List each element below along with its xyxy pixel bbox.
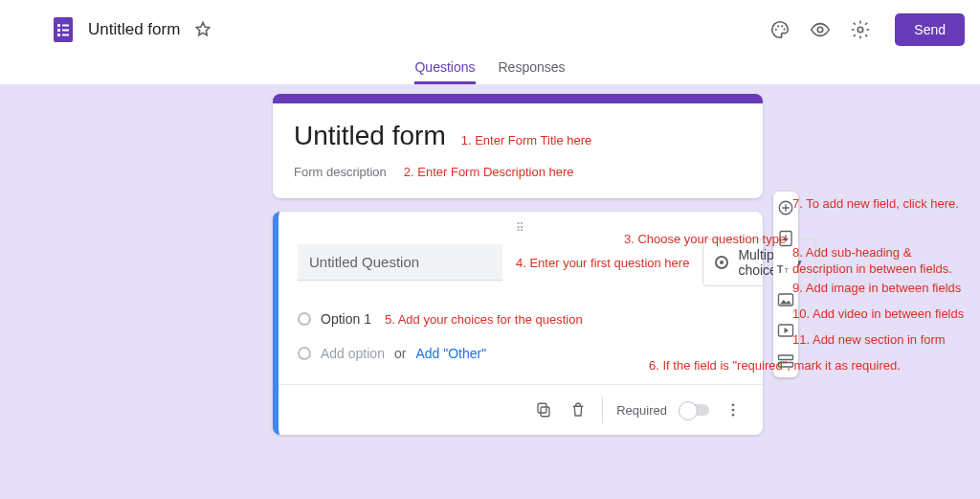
gear-icon: [850, 19, 871, 40]
trash-icon: [569, 401, 587, 419]
svg-point-7: [775, 29, 777, 31]
palette-icon: [769, 19, 791, 40]
delete-button[interactable]: [568, 399, 589, 420]
add-or-text: or: [394, 346, 406, 361]
settings-button[interactable]: [849, 18, 872, 41]
svg-point-16: [732, 409, 735, 412]
required-toggle[interactable]: [680, 404, 709, 416]
tab-questions[interactable]: Questions: [414, 59, 475, 84]
add-other-button[interactable]: Add "Other": [415, 346, 486, 361]
question-footer: Required: [298, 397, 744, 423]
annotation-1: 1. Enter Form Title here: [461, 133, 592, 147]
annotation-10: 10. Add video in between fields: [792, 306, 964, 321]
annotation-5: 5. Add your choices for the question: [385, 312, 583, 327]
svg-point-12: [858, 27, 864, 33]
star-icon: [193, 20, 212, 39]
preview-button[interactable]: [809, 18, 832, 41]
top-bar: Untitled form Send: [0, 0, 980, 59]
separator: [602, 397, 603, 423]
tab-responses[interactable]: Responses: [499, 59, 566, 84]
option-1-input[interactable]: Option 1: [321, 311, 371, 327]
annotation-11: 11. Add new section in form: [792, 332, 946, 347]
svg-rect-5: [57, 34, 60, 36]
svg-point-10: [784, 28, 786, 30]
svg-rect-14: [538, 403, 546, 413]
annotation-9: 9. Add image in between fields: [792, 281, 961, 295]
svg-rect-13: [541, 407, 549, 417]
svg-point-8: [777, 25, 779, 27]
copy-icon: [535, 401, 552, 419]
annotation-8: 8. Add sub-heading & description in betw…: [792, 245, 969, 278]
tabs: Questions Responses: [0, 59, 980, 84]
eye-icon: [810, 19, 831, 40]
annotation-7: 7. To add new field, click here.: [792, 196, 959, 211]
doc-title[interactable]: Untitled form: [88, 20, 180, 39]
forms-app-icon: [54, 16, 75, 43]
svg-point-11: [818, 27, 824, 33]
annotation-2: 2. Enter Form Description here: [404, 165, 574, 179]
svg-point-15: [732, 403, 735, 406]
canvas: Untitled form 1. Enter Form Title here F…: [0, 84, 980, 499]
question-text-input[interactable]: [298, 244, 502, 281]
star-button[interactable]: [191, 18, 214, 41]
svg-text:T: T: [777, 263, 784, 275]
form-header-card: Untitled form 1. Enter Form Title here F…: [273, 94, 763, 198]
svg-rect-3: [57, 29, 60, 32]
radio-outline-icon: [298, 347, 311, 360]
annotation-6: 6. If the field is "required", mark it a…: [649, 358, 901, 373]
svg-rect-1: [57, 24, 60, 27]
svg-text:T: T: [785, 266, 790, 275]
option-row-1: Option 1 5. Add your choices for the que…: [298, 311, 744, 327]
form-description-input[interactable]: Form description: [294, 165, 387, 179]
more-vert-icon: [724, 401, 742, 419]
svg-point-9: [781, 25, 783, 27]
annotation-3: 3. Choose your question type: [624, 232, 786, 246]
required-label: Required: [616, 403, 667, 418]
radio-icon: [715, 256, 728, 269]
top-actions: Send: [768, 13, 965, 46]
divider: [278, 384, 763, 385]
annotation-4: 4. Enter your first question here: [516, 256, 689, 270]
svg-rect-4: [62, 30, 69, 32]
form-title-input[interactable]: Untitled form: [294, 121, 446, 151]
svg-rect-6: [62, 34, 69, 36]
svg-point-17: [732, 414, 735, 417]
add-option-button[interactable]: Add option: [321, 346, 385, 361]
duplicate-button[interactable]: [533, 399, 554, 420]
radio-outline-icon: [298, 312, 311, 326]
theme-button[interactable]: [768, 18, 791, 41]
send-button[interactable]: Send: [895, 13, 965, 46]
more-options-button[interactable]: [723, 399, 744, 420]
svg-rect-2: [62, 25, 69, 27]
